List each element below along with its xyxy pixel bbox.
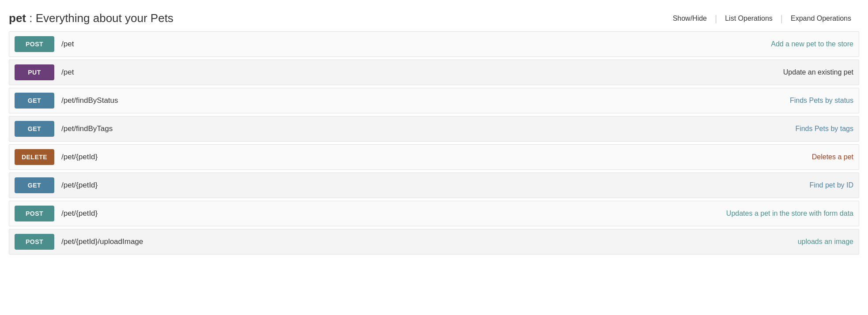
operation-path: /pet/{petId} (61, 181, 809, 190)
operation-path: /pet/{petId} (61, 209, 726, 218)
operation-path: /pet/{petId} (61, 153, 812, 161)
operation-description: Updates a pet in the store with form dat… (726, 210, 853, 218)
api-tag-name: pet (9, 11, 26, 25)
operation-path: /pet/findByTags (61, 124, 795, 133)
title-colon: : (26, 11, 36, 25)
operation-description: Find pet by ID (809, 181, 853, 189)
method-badge-get-5: GET (15, 177, 54, 193)
operation-row[interactable]: POST/pet/{petId}/uploadImageuploads an i… (9, 229, 859, 255)
operation-description: Finds Pets by status (790, 97, 853, 105)
method-badge-put-1: PUT (15, 64, 54, 80)
header-actions: Show/Hide | List Operations | Expand Ope… (665, 14, 859, 23)
api-section-header: pet : Everything about your Pets Show/Hi… (9, 7, 859, 31)
operation-description: uploads an image (798, 238, 853, 246)
method-badge-post-7: POST (15, 234, 54, 250)
operation-row[interactable]: DELETE/pet/{petId}Deletes a pet (9, 144, 859, 170)
operation-row[interactable]: POST/pet/{petId}Updates a pet in the sto… (9, 201, 859, 226)
method-badge-get-2: GET (15, 93, 54, 109)
operation-row[interactable]: PUT/petUpdate an existing pet (9, 60, 859, 85)
api-section-title: pet : Everything about your Pets (9, 11, 174, 25)
method-badge-delete-4: DELETE (15, 149, 54, 165)
operation-path: /pet/findByStatus (61, 96, 790, 105)
operation-description: Add a new pet to the store (771, 40, 853, 48)
list-operations-link[interactable]: List Operations (717, 15, 781, 22)
api-tag-description: Everything about your Pets (36, 11, 174, 25)
main-container: pet : Everything about your Pets Show/Hi… (0, 0, 868, 315)
operation-description: Deletes a pet (812, 153, 853, 161)
method-badge-get-3: GET (15, 121, 54, 137)
operation-path: /pet/{petId}/uploadImage (61, 237, 798, 246)
operation-row[interactable]: GET/pet/{petId}Find pet by ID (9, 172, 859, 198)
operation-row[interactable]: GET/pet/findByStatusFinds Pets by status (9, 88, 859, 113)
show-hide-link[interactable]: Show/Hide (665, 15, 715, 22)
expand-operations-link[interactable]: Expand Operations (783, 15, 859, 22)
method-badge-post-0: POST (15, 36, 54, 52)
operation-description: Update an existing pet (783, 68, 853, 76)
operations-list: POST/petAdd a new pet to the storePUT/pe… (9, 31, 859, 257)
operation-path: /pet (61, 40, 771, 49)
method-badge-post-6: POST (15, 206, 54, 221)
operation-path: /pet (61, 68, 783, 77)
operation-row[interactable]: POST/petAdd a new pet to the store (9, 31, 859, 57)
operation-row[interactable]: GET/pet/findByTagsFinds Pets by tags (9, 116, 859, 142)
operation-description: Finds Pets by tags (795, 125, 853, 133)
